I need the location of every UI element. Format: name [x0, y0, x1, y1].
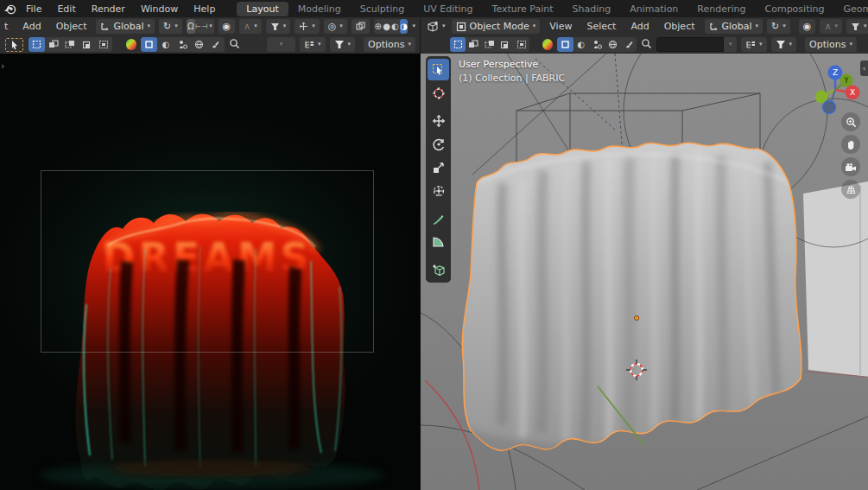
matcap-sphere-icon[interactable] — [126, 39, 137, 50]
shading-solid-button[interactable]: ● — [383, 19, 391, 34]
menu-select[interactable]: Select — [581, 20, 621, 33]
search-input[interactable] — [656, 37, 724, 52]
blender-logo-icon[interactable] — [3, 2, 16, 16]
tool-select-box[interactable] — [428, 59, 449, 80]
tab-sculpting[interactable]: Sculpting — [351, 2, 414, 16]
camera-view-button[interactable] — [841, 157, 860, 176]
proportional-editing-toggle[interactable]: ◉ — [799, 19, 816, 34]
ortho-toggle-button[interactable] — [841, 180, 860, 199]
tab-texture-paint[interactable]: Texture Paint — [483, 2, 563, 16]
editor-type-dropdown[interactable]: ▾ — [425, 19, 447, 34]
object-type-visibility-dropdown[interactable]: ▾ — [266, 19, 291, 34]
tool-transform[interactable] — [428, 180, 449, 201]
pan-button[interactable] — [841, 135, 860, 154]
select-mode-set-icon[interactable] — [450, 37, 466, 52]
tool-annotate[interactable] — [428, 207, 449, 229]
tool-add-cube[interactable] — [428, 258, 449, 280]
collection-filter-dropdown[interactable]: ▾ — [300, 37, 326, 52]
brush-icon[interactable] — [207, 37, 224, 52]
select-mode-set-icon[interactable] — [29, 37, 45, 52]
options-button[interactable]: Options ▾ — [364, 37, 415, 52]
active-tool-tweak-button[interactable] — [4, 37, 24, 53]
mode-dropdown[interactable]: Object Mode ▾ — [452, 19, 541, 34]
select-mode-subtract-icon[interactable] — [62, 37, 79, 52]
proportional-editing-toggle[interactable]: ◉ — [219, 19, 236, 34]
menu-file[interactable]: File — [18, 3, 49, 16]
transform-orientation-dropdown[interactable]: Global ▾ — [705, 19, 763, 34]
matcap-sphere-icon[interactable] — [542, 39, 553, 50]
toolbar-expand-arrow[interactable]: › — [1, 60, 4, 72]
search-button[interactable] — [229, 38, 240, 52]
rendered-viewport[interactable]: DREAMS — [0, 54, 421, 490]
shading-material-button[interactable]: ◐ — [391, 19, 400, 34]
collapsed-field-dropdown[interactable]: ▾ — [267, 37, 295, 52]
tab-uv-editing[interactable]: UV Editing — [414, 2, 482, 16]
options-button[interactable]: Options ▾ — [805, 37, 857, 52]
select-mode-subtract-icon[interactable] — [482, 37, 497, 52]
select-mode-invert-icon[interactable] — [79, 37, 95, 52]
tab-compositing[interactable]: Compositing — [756, 2, 834, 16]
select-mode-extend-icon[interactable] — [45, 37, 61, 52]
search-button[interactable] — [641, 38, 652, 52]
pose-icon[interactable] — [174, 37, 191, 52]
tool-move[interactable] — [428, 110, 449, 131]
object-mode-icon — [456, 22, 466, 32]
shading-rendered-button[interactable]: ◑ — [400, 19, 409, 34]
navigation-axis-gizmo[interactable]: Z Y X — [809, 64, 861, 116]
collection-filter-dropdown[interactable]: ▾ — [741, 37, 767, 52]
tool-scale[interactable] — [428, 156, 449, 178]
tab-modeling[interactable]: Modeling — [288, 2, 351, 16]
tab-layout[interactable]: Layout — [237, 2, 288, 16]
object-type-visibility-dropdown[interactable]: ▾ — [846, 19, 868, 34]
world-icon[interactable] — [605, 37, 621, 52]
tool-measure[interactable] — [428, 231, 449, 252]
solid-viewport[interactable]: User Perspective (1) Collection | FABRIC… — [421, 54, 868, 490]
sidebar-collapse-tab[interactable]: ‹ — [860, 60, 868, 76]
toggle-xray-button[interactable] — [352, 19, 370, 34]
falloff-dropdown[interactable]: ∧ ▾ — [820, 19, 842, 34]
shading-pie-icon[interactable]: ◐ — [157, 37, 174, 52]
pivot-point-dropdown[interactable]: ↻ ▾ — [159, 19, 182, 34]
select-mode-extend-icon[interactable] — [466, 37, 481, 52]
snap-toggle-magnet-icon[interactable]: Ω — [187, 19, 195, 34]
menu-edit[interactable]: Edit — [49, 3, 83, 16]
tab-geometry-nodes[interactable]: Geometry Nodes — [833, 2, 868, 16]
tool-cursor[interactable] — [428, 82, 449, 104]
falloff-dropdown[interactable]: ∧ ▾ — [239, 19, 262, 34]
menu-view[interactable]: View — [544, 20, 577, 33]
filter-dropdown[interactable]: ▾ — [771, 37, 797, 52]
transform-orientation-dropdown[interactable]: Global ▾ — [96, 19, 155, 34]
tool-rotate[interactable] — [428, 133, 449, 155]
menu-window[interactable]: Window — [133, 3, 186, 16]
menu-add[interactable]: Add — [625, 20, 654, 33]
shading-pie-icon[interactable]: ◐ — [573, 37, 589, 52]
tab-shading[interactable]: Shading — [563, 2, 621, 16]
zoom-button[interactable] — [841, 112, 860, 131]
menu-object[interactable]: Object — [51, 20, 92, 33]
filter-dropdown[interactable]: ▾ — [330, 37, 356, 52]
pose-icon[interactable] — [589, 37, 605, 52]
brush-icon[interactable] — [621, 37, 637, 52]
world-icon[interactable] — [191, 37, 207, 52]
tab-rendering[interactable]: Rendering — [687, 2, 755, 16]
menu-render[interactable]: Render — [84, 3, 133, 16]
region-icon[interactable] — [557, 37, 573, 52]
select-mode-intersect-icon[interactable] — [95, 37, 111, 52]
snap-target-icon[interactable]: ⊢⊣ — [195, 19, 208, 34]
shading-wireframe-button[interactable]: ⊕ — [374, 19, 383, 34]
shading-dropdown[interactable]: ▾ — [412, 23, 415, 29]
menu-help[interactable]: Help — [186, 3, 223, 16]
menu-object[interactable]: Object — [659, 20, 700, 33]
select-mode-invert-icon[interactable] — [497, 37, 513, 52]
menu-add[interactable]: Add — [17, 20, 46, 33]
gizmo-neg-z-axis[interactable] — [823, 101, 836, 114]
region-icon[interactable] — [141, 37, 157, 52]
select-mode-intersect-icon[interactable] — [513, 37, 529, 52]
show-gizmo-dropdown[interactable]: ▾ — [295, 19, 320, 34]
clipped-menu-text[interactable]: t — [4, 20, 13, 33]
tab-animation[interactable]: Animation — [620, 2, 687, 16]
show-overlays-dropdown[interactable]: ◎ ▾ — [324, 19, 347, 34]
search-field-dropdown[interactable]: ▾ — [724, 37, 737, 52]
pivot-point-dropdown[interactable]: ↻ ▾ — [767, 19, 790, 34]
snap-dropdown[interactable]: ▾ — [208, 19, 214, 34]
